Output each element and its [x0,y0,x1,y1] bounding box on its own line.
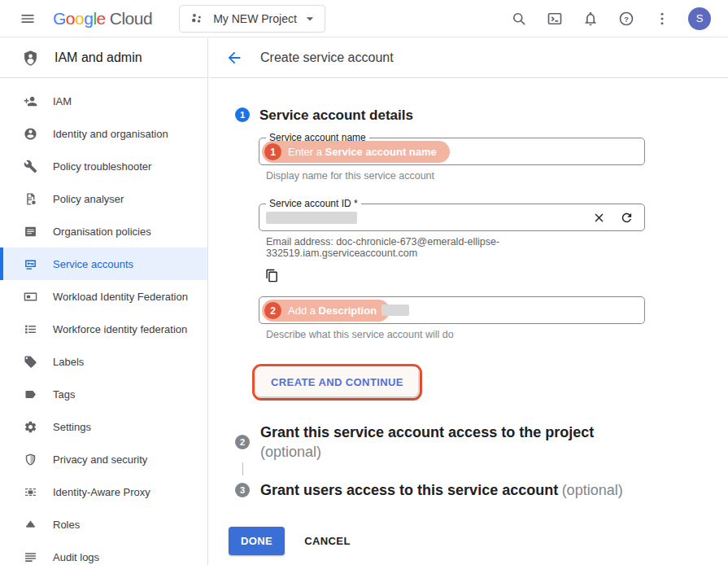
hat-icon [23,518,37,532]
avatar[interactable]: S [688,7,711,30]
logo-letter: g [84,9,93,28]
wrench-icon [23,160,37,173]
sidebar-item-label: IAM [53,95,72,107]
cloud-shell-icon[interactable] [547,11,563,27]
annotation-text-2: Add a Description [288,304,377,317]
sidebar-item-privacy-and-security[interactable]: Privacy and security [0,443,207,475]
copy-icon[interactable] [265,269,279,282]
project-selector-button[interactable]: My NEW Project [179,5,325,33]
project-dots-icon [190,11,204,26]
service-account-email-helper: Email address: doc-chronicle-673@emerald… [266,236,645,259]
step-2-title: Grant this service account access to the… [260,422,594,444]
account-circle-icon [23,127,37,141]
sidebar-item-audit-logs[interactable]: Audit logs [0,541,207,565]
step-3-title: Grant users access to this service accou… [260,482,558,498]
iam-shield-icon [22,50,39,67]
sidebar-item-labels[interactable]: Labels [0,345,207,378]
step-connector-line [242,462,728,475]
sidebar-item-settings[interactable]: Settings [0,410,207,443]
sidebar-item-identity-and-organisation[interactable]: Identity and organisation [0,117,207,150]
sidebar-item-tags[interactable]: Tags [0,378,207,410]
sidebar-header: IAM and admin [0,38,207,78]
id-card-icon [23,290,37,304]
step-1-title: Service account details [259,107,413,124]
step-3-number: 3 [235,483,250,497]
sidebar-item-identity-aware-proxy[interactable]: Identity-Aware Proxy [0,475,207,508]
log-lines-icon [23,550,37,564]
redacted-description-value [381,304,409,316]
done-button[interactable]: DONE [229,527,285,555]
annotation-outline: CREATE AND CONTINUE [252,364,422,401]
redacted-id-value [266,212,357,224]
sidebar-item-label: Organisation policies [53,226,151,238]
search-icon[interactable] [511,11,527,27]
sidebar-item-label: Settings [53,421,91,433]
step-2-header: 2 Grant this service account access to t… [209,422,728,461]
chevron-down-icon [297,11,318,27]
gear-icon [23,420,37,434]
sidebar-item-label: Workforce identity federation [53,323,187,335]
clear-icon[interactable] [592,211,606,225]
sidebar-item-workload-identity-federation[interactable]: Workload Identity Federation [0,280,207,313]
sidebar-item-label: Identity-Aware Proxy [53,486,150,498]
sidebar-nav: IAM Identity and organisation Policy tro… [0,78,207,565]
sidebar-item-workforce-identity-federation[interactable]: Workforce identity federation [0,313,207,345]
id-field-actions [578,204,634,230]
main-panel: Create service account 1 Service account… [209,38,728,565]
page-title: Create service account [260,50,394,65]
notifications-icon[interactable] [582,11,599,27]
page-header: Create service account [209,38,728,78]
logo-letter: e [97,9,106,28]
google-cloud-logo[interactable]: Google Cloud [53,9,152,28]
svg-text:?: ? [624,15,629,23]
step-1-number: 1 [235,107,250,122]
sidebar: IAM and admin IAM Identity and organisat… [0,38,208,565]
sidebar-item-label: Privacy and security [53,453,147,466]
logo-cloud-text: Cloud [110,9,152,28]
annotation-badge-2: 2 [264,302,281,319]
menu-icon[interactable] [20,11,36,27]
sidebar-item-label: Roles [53,519,80,531]
refresh-icon[interactable] [620,211,634,225]
logo-letter: o [75,9,84,28]
step-3-optional: (optional) [562,482,623,498]
sidebar-item-label: Policy analyser [53,193,124,205]
back-arrow-icon[interactable] [225,49,243,67]
annotation-pill-2: 2 Add a Description [262,300,390,322]
help-icon[interactable]: ? [618,11,634,27]
description-helper: Describe what this service account will … [266,329,645,340]
top-bar: Google Cloud My NEW Project ? S [0,0,728,37]
logo-letter: G [53,9,66,28]
sidebar-item-label: Service accounts [53,258,133,270]
step-2-number: 2 [235,435,250,449]
sidebar-item-organisation-policies[interactable]: Organisation policies [0,215,207,247]
service-account-name-helper: Display name for this service account [266,170,645,182]
step-3-header: 3 Grant users access to this service acc… [209,480,728,501]
service-account-icon [23,257,37,271]
bulleted-list-icon [23,322,37,336]
sidebar-item-iam[interactable]: IAM [0,85,207,117]
logo-letter: o [66,9,75,28]
sidebar-item-service-accounts[interactable]: Service accounts [0,247,207,280]
service-account-id-field[interactable]: Service account ID * [259,204,645,231]
cancel-button[interactable]: CANCEL [304,535,351,547]
proxy-icon [23,485,37,499]
step-2-body: Grant this service account access to the… [260,422,594,461]
sidebar-item-policy-analyser[interactable]: Policy analyser [0,182,207,215]
create-and-continue-button[interactable]: CREATE AND CONTINUE [256,368,418,396]
sidebar-item-label: Identity and organisation [53,128,168,140]
sidebar-item-label: Tags [53,388,75,401]
annotation-pill-1: 1 Enter a Service account name [262,141,450,163]
project-selector-label: My NEW Project [213,12,297,25]
page-content: 1 Service account details Service accoun… [209,78,728,555]
sidebar-title: IAM and admin [54,50,142,65]
more-vert-icon[interactable] [654,11,670,27]
sidebar-item-roles[interactable]: Roles [0,508,207,541]
step-3-body: Grant users access to this service accou… [260,480,623,501]
sidebar-item-policy-troubleshooter[interactable]: Policy troubleshooter [0,150,207,182]
doc-gear-icon [23,192,37,206]
description-field[interactable]: 2 Add a Description [259,296,645,324]
tag-arrow-icon [23,388,37,401]
label-tag-icon [23,355,37,369]
service-account-name-field[interactable]: Service account name 1 Enter a Service a… [259,138,645,165]
